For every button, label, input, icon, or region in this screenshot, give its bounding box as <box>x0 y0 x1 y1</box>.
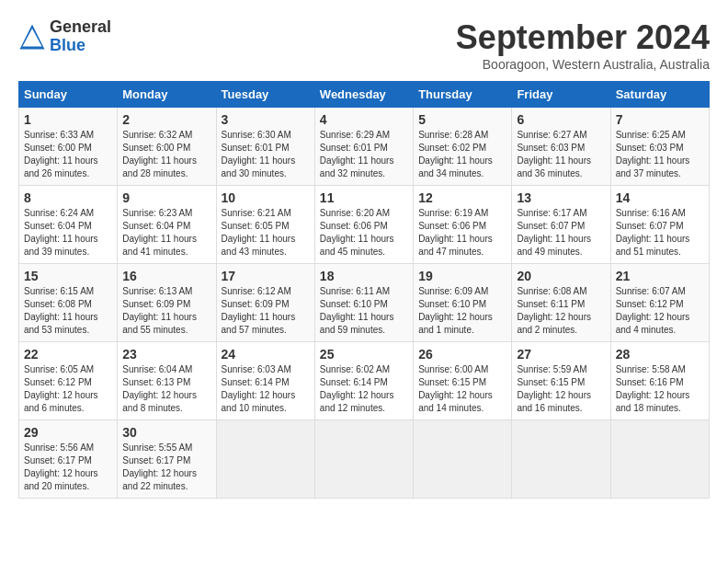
calendar-cell-w5-d5 <box>414 420 512 499</box>
day-number: 15 <box>24 269 112 283</box>
calendar-cell-w5-d6 <box>512 420 610 499</box>
calendar-table: SundayMondayTuesdayWednesdayThursdayFrid… <box>18 81 710 499</box>
day-info: Sunrise: 5:58 AM Sunset: 6:16 PM Dayligh… <box>616 363 704 415</box>
day-info: Sunrise: 6:04 AM Sunset: 6:13 PM Dayligh… <box>122 363 210 415</box>
day-number: 25 <box>320 347 408 362</box>
day-info: Sunrise: 6:00 AM Sunset: 6:15 PM Dayligh… <box>418 363 506 415</box>
day-number: 18 <box>320 269 408 283</box>
day-number: 7 <box>616 112 704 127</box>
calendar-cell-w1-d7: 7Sunrise: 6:25 AM Sunset: 6:03 PM Daylig… <box>610 108 709 186</box>
day-number: 10 <box>222 190 310 205</box>
day-number: 21 <box>616 269 704 283</box>
week-row-2: 8Sunrise: 6:24 AM Sunset: 6:04 PM Daylig… <box>19 186 710 264</box>
day-number: 28 <box>616 347 704 362</box>
calendar-cell-w4-d1: 22Sunrise: 6:05 AM Sunset: 6:12 PM Dayli… <box>19 342 118 420</box>
day-number: 3 <box>222 112 310 127</box>
day-info: Sunrise: 6:29 AM Sunset: 6:01 PM Dayligh… <box>320 129 408 180</box>
day-info: Sunrise: 6:17 AM Sunset: 6:07 PM Dayligh… <box>517 207 605 259</box>
header-friday: Friday <box>512 82 610 108</box>
day-info: Sunrise: 6:24 AM Sunset: 6:04 PM Dayligh… <box>24 207 112 259</box>
title-block: September 2024 Booragoon, Western Austra… <box>456 18 710 72</box>
calendar-cell-w4-d7: 28Sunrise: 5:58 AM Sunset: 6:16 PM Dayli… <box>610 342 709 420</box>
calendar-cell-w3-d5: 19Sunrise: 6:09 AM Sunset: 6:10 PM Dayli… <box>414 264 512 342</box>
calendar-cell-w4-d2: 23Sunrise: 6:04 AM Sunset: 6:13 PM Dayli… <box>118 342 216 420</box>
calendar-cell-w1-d3: 3Sunrise: 6:30 AM Sunset: 6:01 PM Daylig… <box>216 108 314 186</box>
calendar-cell-w1-d2: 2Sunrise: 6:32 AM Sunset: 6:00 PM Daylig… <box>118 108 216 186</box>
day-number: 8 <box>24 190 112 205</box>
calendar-cell-w2-d6: 13Sunrise: 6:17 AM Sunset: 6:07 PM Dayli… <box>512 186 610 264</box>
day-info: Sunrise: 6:23 AM Sunset: 6:04 PM Dayligh… <box>122 207 210 259</box>
calendar-cell-w4-d6: 27Sunrise: 5:59 AM Sunset: 6:15 PM Dayli… <box>512 342 610 420</box>
day-number: 2 <box>122 112 210 127</box>
month-year-title: September 2024 <box>456 18 710 57</box>
calendar-cell-w2-d1: 8Sunrise: 6:24 AM Sunset: 6:04 PM Daylig… <box>19 186 118 264</box>
header-sunday: Sunday <box>19 82 118 108</box>
day-number: 26 <box>418 347 506 362</box>
day-info: Sunrise: 5:55 AM Sunset: 6:17 PM Dayligh… <box>122 442 210 493</box>
day-number: 4 <box>320 112 408 127</box>
calendar-cell-w4-d4: 25Sunrise: 6:02 AM Sunset: 6:14 PM Dayli… <box>314 342 413 420</box>
day-info: Sunrise: 5:59 AM Sunset: 6:15 PM Dayligh… <box>517 363 605 415</box>
day-info: Sunrise: 6:32 AM Sunset: 6:00 PM Dayligh… <box>122 129 210 180</box>
calendar-cell-w4-d5: 26Sunrise: 6:00 AM Sunset: 6:15 PM Dayli… <box>414 342 512 420</box>
day-number: 5 <box>418 112 506 127</box>
day-number: 23 <box>122 347 210 362</box>
calendar-cell-w5-d7 <box>610 420 709 499</box>
header-thursday: Thursday <box>414 82 512 108</box>
header-tuesday: Tuesday <box>216 82 314 108</box>
day-info: Sunrise: 6:13 AM Sunset: 6:09 PM Dayligh… <box>122 285 210 337</box>
day-info: Sunrise: 6:09 AM Sunset: 6:10 PM Dayligh… <box>418 285 506 337</box>
day-info: Sunrise: 6:05 AM Sunset: 6:12 PM Dayligh… <box>24 363 112 415</box>
logo: General Blue <box>18 18 111 55</box>
day-number: 19 <box>418 269 506 283</box>
day-info: Sunrise: 6:33 AM Sunset: 6:00 PM Dayligh… <box>24 129 112 180</box>
calendar-cell-w3-d4: 18Sunrise: 6:11 AM Sunset: 6:10 PM Dayli… <box>314 264 413 342</box>
calendar-cell-w5-d1: 29Sunrise: 5:56 AM Sunset: 6:17 PM Dayli… <box>19 420 118 499</box>
calendar-cell-w3-d2: 16Sunrise: 6:13 AM Sunset: 6:09 PM Dayli… <box>118 264 216 342</box>
svg-marker-1 <box>23 29 42 47</box>
day-info: Sunrise: 6:20 AM Sunset: 6:06 PM Dayligh… <box>320 207 408 259</box>
calendar-cell-w5-d3 <box>216 420 314 499</box>
calendar-cell-w5-d2: 30Sunrise: 5:55 AM Sunset: 6:17 PM Dayli… <box>118 420 216 499</box>
day-number: 29 <box>24 425 112 440</box>
calendar-cell-w3-d3: 17Sunrise: 6:12 AM Sunset: 6:09 PM Dayli… <box>216 264 314 342</box>
day-info: Sunrise: 6:16 AM Sunset: 6:07 PM Dayligh… <box>616 207 704 259</box>
day-number: 11 <box>320 190 408 205</box>
logo-icon <box>18 23 46 51</box>
day-number: 27 <box>517 347 605 362</box>
calendar-cell-w3-d1: 15Sunrise: 6:15 AM Sunset: 6:08 PM Dayli… <box>19 264 118 342</box>
day-info: Sunrise: 6:12 AM Sunset: 6:09 PM Dayligh… <box>222 285 310 337</box>
week-row-3: 15Sunrise: 6:15 AM Sunset: 6:08 PM Dayli… <box>19 264 710 342</box>
calendar-cell-w2-d2: 9Sunrise: 6:23 AM Sunset: 6:04 PM Daylig… <box>118 186 216 264</box>
calendar-cell-w2-d4: 11Sunrise: 6:20 AM Sunset: 6:06 PM Dayli… <box>314 186 413 264</box>
week-row-4: 22Sunrise: 6:05 AM Sunset: 6:12 PM Dayli… <box>19 342 710 420</box>
day-number: 1 <box>24 112 112 127</box>
header-saturday: Saturday <box>610 82 709 108</box>
day-number: 9 <box>122 190 210 205</box>
day-number: 6 <box>517 112 605 127</box>
day-number: 22 <box>24 347 112 362</box>
day-number: 12 <box>418 190 506 205</box>
day-number: 24 <box>222 347 310 362</box>
day-number: 17 <box>222 269 310 283</box>
day-info: Sunrise: 6:21 AM Sunset: 6:05 PM Dayligh… <box>222 207 310 259</box>
calendar-cell-w1-d1: 1Sunrise: 6:33 AM Sunset: 6:00 PM Daylig… <box>19 108 118 186</box>
day-info: Sunrise: 6:07 AM Sunset: 6:12 PM Dayligh… <box>616 285 704 337</box>
calendar-cell-w2-d5: 12Sunrise: 6:19 AM Sunset: 6:06 PM Dayli… <box>414 186 512 264</box>
day-info: Sunrise: 5:56 AM Sunset: 6:17 PM Dayligh… <box>24 442 112 493</box>
calendar-cell-w3-d7: 21Sunrise: 6:07 AM Sunset: 6:12 PM Dayli… <box>610 264 709 342</box>
calendar-cell-w2-d3: 10Sunrise: 6:21 AM Sunset: 6:05 PM Dayli… <box>216 186 314 264</box>
week-row-5: 29Sunrise: 5:56 AM Sunset: 6:17 PM Dayli… <box>19 420 710 499</box>
day-info: Sunrise: 6:02 AM Sunset: 6:14 PM Dayligh… <box>320 363 408 415</box>
day-info: Sunrise: 6:03 AM Sunset: 6:14 PM Dayligh… <box>222 363 310 415</box>
week-row-1: 1Sunrise: 6:33 AM Sunset: 6:00 PM Daylig… <box>19 108 710 186</box>
day-number: 30 <box>122 425 210 440</box>
page-header: General Blue September 2024 Booragoon, W… <box>18 18 710 72</box>
day-number: 14 <box>616 190 704 205</box>
weekday-header-row: SundayMondayTuesdayWednesdayThursdayFrid… <box>19 82 710 108</box>
day-info: Sunrise: 6:27 AM Sunset: 6:03 PM Dayligh… <box>517 129 605 180</box>
day-info: Sunrise: 6:30 AM Sunset: 6:01 PM Dayligh… <box>222 129 310 180</box>
day-info: Sunrise: 6:19 AM Sunset: 6:06 PM Dayligh… <box>418 207 506 259</box>
calendar-cell-w5-d4 <box>314 420 413 499</box>
logo-text: General Blue <box>50 18 111 55</box>
